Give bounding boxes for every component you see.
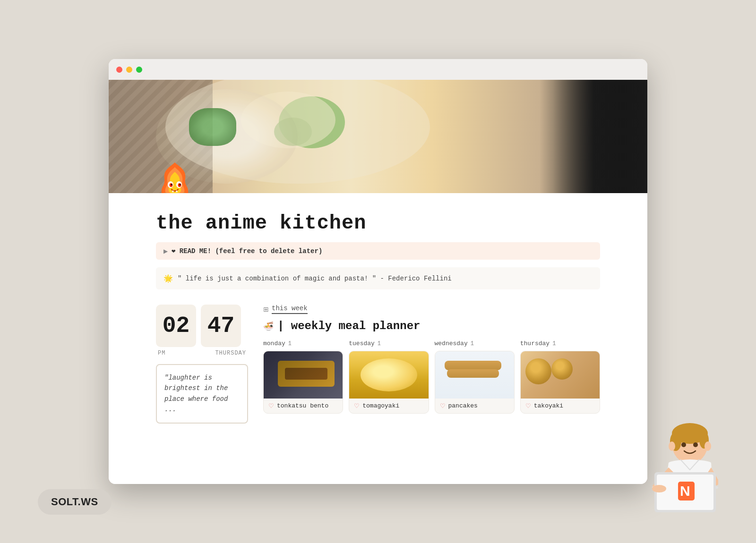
meal-info-tuesday: ♡ tomagoyaki bbox=[349, 399, 428, 413]
day-name-monday: monday bbox=[263, 340, 285, 347]
svg-point-13 bbox=[652, 485, 666, 492]
day-header-tuesday: tuesday 1 bbox=[349, 340, 429, 347]
meal-image-thursday bbox=[521, 351, 600, 399]
browser-window: the anime kitchen ▶ ❤ READ ME! (feel fre… bbox=[109, 59, 647, 484]
svg-point-17 bbox=[241, 92, 335, 148]
meal-image-wednesday bbox=[435, 351, 514, 399]
day-count-monday: 1 bbox=[288, 340, 292, 347]
svg-point-7 bbox=[704, 441, 711, 451]
day-name-thursday: thursday bbox=[520, 340, 550, 347]
meal-name-wednesday: pancakes bbox=[448, 402, 478, 409]
svg-point-5 bbox=[693, 442, 698, 447]
character-illustration: N bbox=[614, 416, 718, 529]
clock-display: 02 47 bbox=[156, 305, 248, 347]
meal-info-thursday: ♡ takoyaki bbox=[521, 399, 600, 413]
meal-card-wednesday[interactable]: ♡ pancakes bbox=[435, 351, 515, 414]
quote-block: 🌟 " life is just a combination of magic … bbox=[156, 267, 600, 289]
meal-card-tuesday[interactable]: ♡ tomagoyaki bbox=[349, 351, 429, 414]
this-week-tab[interactable]: ⊞ this week bbox=[263, 305, 600, 314]
maximize-button[interactable] bbox=[136, 67, 142, 73]
mascot-icon bbox=[156, 160, 194, 193]
meal-card-monday[interactable]: ♡ tonkatsu bento bbox=[263, 351, 343, 414]
day-column-tuesday: tuesday 1 ♡ tomagoyaki bbox=[349, 340, 429, 414]
tab-label: this week bbox=[272, 305, 308, 314]
day-header-thursday: thursday 1 bbox=[520, 340, 600, 347]
day-name-wednesday: wednesday bbox=[435, 340, 468, 347]
meal-name-thursday: takoyaki bbox=[534, 402, 563, 409]
svg-point-23 bbox=[180, 184, 181, 186]
day-count-wednesday: 1 bbox=[471, 340, 474, 347]
hero-banner bbox=[109, 80, 647, 193]
day-column-monday: monday 1 ♡ tonkatsu bento bbox=[263, 340, 343, 414]
day-column-thursday: thursday 1 ♡ takoyaki bbox=[520, 340, 600, 414]
main-content: 02 47 PM THURSDAY "laughter is brightest… bbox=[156, 305, 600, 424]
calendar-icon: ⊞ bbox=[263, 305, 269, 313]
meal-name-monday: tonkatsu bento bbox=[277, 402, 328, 409]
meal-card-thursday[interactable]: ♡ takoyaki bbox=[520, 351, 600, 414]
minimize-button[interactable] bbox=[126, 67, 132, 73]
heart-icon-thursday: ♡ bbox=[525, 402, 531, 409]
planner-title-text: | weekly meal planner bbox=[277, 320, 420, 332]
heart-icon-monday: ♡ bbox=[268, 402, 274, 409]
svg-text:N: N bbox=[680, 483, 690, 499]
meal-name-tuesday: tomagoyaki bbox=[362, 402, 399, 409]
meal-info-wednesday: ♡ pancakes bbox=[435, 399, 514, 413]
day-count-tuesday: 1 bbox=[378, 340, 381, 347]
heart-icon-wednesday: ♡ bbox=[440, 402, 446, 409]
meal-image-monday bbox=[264, 351, 343, 399]
titlebar bbox=[109, 59, 647, 80]
meal-image-tuesday bbox=[349, 351, 428, 399]
page-title: the anime kitchen bbox=[156, 212, 600, 235]
page-content: the anime kitchen ▶ ❤ READ ME! (feel fre… bbox=[109, 80, 647, 484]
clock-minutes: 47 bbox=[201, 305, 241, 347]
day-count-thursday: 1 bbox=[552, 340, 556, 347]
quote-emoji: 🌟 bbox=[163, 274, 173, 283]
planner-title: 🍜 | weekly meal planner bbox=[263, 320, 600, 332]
meal-info-monday: ♡ tonkatsu bento bbox=[264, 399, 343, 413]
svg-point-22 bbox=[171, 184, 172, 186]
close-button[interactable] bbox=[116, 67, 122, 73]
day-columns: monday 1 ♡ tonkatsu bento tuesday 1 ♡ to… bbox=[263, 340, 600, 414]
read-me-arrow-icon: ▶ bbox=[163, 248, 168, 255]
page-body: the anime kitchen ▶ ❤ READ ME! (feel fre… bbox=[109, 193, 647, 442]
clock-period: PM bbox=[158, 350, 165, 356]
day-header-monday: monday 1 bbox=[263, 340, 343, 347]
planner-section: ⊞ this week 🍜 | weekly meal planner bbox=[263, 305, 600, 414]
solt-label: SOLT.WS bbox=[38, 489, 112, 515]
day-header-wednesday: wednesday 1 bbox=[435, 340, 515, 347]
svg-point-4 bbox=[681, 442, 686, 447]
clock-labels: PM THURSDAY bbox=[156, 350, 248, 356]
planner-icon: 🍜 bbox=[263, 321, 274, 331]
clock-hours: 02 bbox=[156, 305, 196, 347]
quote-card: "laughter is brightest in the place wher… bbox=[156, 364, 248, 424]
read-me-text: ❤ READ ME! (feel free to delete later) bbox=[172, 247, 322, 255]
day-column-wednesday: wednesday 1 ♡ pancakes bbox=[435, 340, 515, 414]
quote-text: " life is just a combination of magic an… bbox=[178, 275, 452, 282]
clock-widget: 02 47 PM THURSDAY "laughter is brightest… bbox=[156, 305, 248, 424]
desktop: SOLT.WS bbox=[0, 0, 756, 543]
heart-icon-tuesday: ♡ bbox=[354, 402, 360, 409]
clock-day: THURSDAY bbox=[215, 350, 246, 356]
day-name-tuesday: tuesday bbox=[349, 340, 375, 347]
read-me-banner[interactable]: ▶ ❤ READ ME! (feel free to delete later) bbox=[156, 242, 600, 260]
svg-point-6 bbox=[669, 441, 675, 451]
